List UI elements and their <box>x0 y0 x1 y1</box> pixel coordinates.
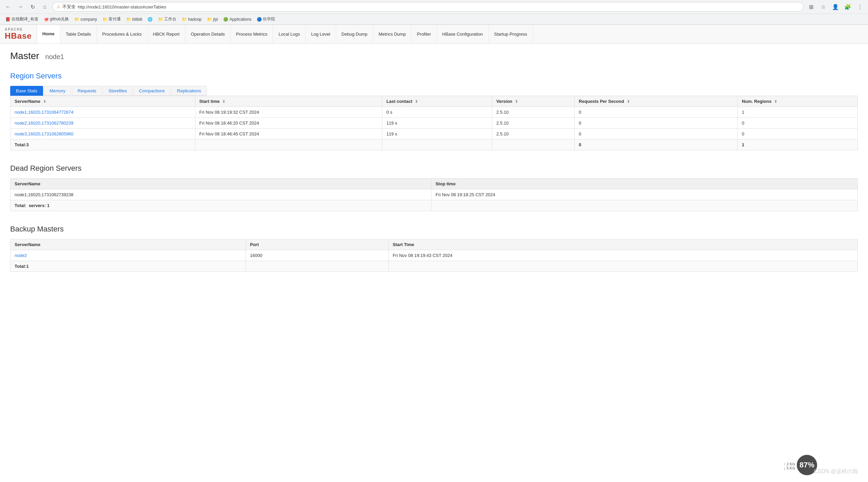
col-version: Version ⇕ <box>492 96 575 107</box>
sub-tab-storefiles[interactable]: Storefiles <box>103 86 133 96</box>
browser-toolbar: ← → ↻ ⌂ ⚠ 不安全 http://node1:16010/master-… <box>0 0 868 14</box>
dead-col-stoptime: Stop time <box>431 179 857 189</box>
nav-tab-log-level[interactable]: Log Level <box>306 25 336 43</box>
sub-tab-memory[interactable]: Memory <box>44 86 71 96</box>
backup-masters-title: Backup Masters <box>10 225 858 234</box>
bookmark-bilibili[interactable]: 📁 bilibili <box>124 16 144 22</box>
security-icon: ⚠ <box>57 4 60 9</box>
backup-server-link[interactable]: node2 <box>11 250 246 261</box>
start-time: Fri Nov 08 19:19:32 CST 2024 <box>195 107 382 118</box>
logo-apache-text: APACHE <box>5 27 32 31</box>
bookmark-hadoop[interactable]: 📁 hadoop <box>180 16 204 22</box>
back-button[interactable]: ← <box>3 2 13 12</box>
nav-tab-process-metrics[interactable]: Process Metrics <box>231 25 273 43</box>
requests-per-second: 0 <box>575 107 738 118</box>
backup-total-label: Total:1 <box>11 261 246 272</box>
translate-icon[interactable]: ⊞ <box>806 2 816 12</box>
region-servers-title: Region Servers <box>10 72 858 80</box>
bookmark-youdao[interactable]: 📕 在线翻译_有道 <box>3 16 40 23</box>
nav-tab-table-details[interactable]: Table Details <box>60 25 97 43</box>
sub-tab-base stats[interactable]: Base Stats <box>10 86 43 96</box>
dead-table-header-row: ServerName Stop time <box>11 179 858 189</box>
page-title: Master node1 <box>10 51 858 61</box>
app-nav: APACHE HBase HomeTable DetailsProcedures… <box>0 25 868 44</box>
dead-server-stop-time: Fri Nov 08 19:18:25 CST 2024 <box>431 189 857 200</box>
table-row: node2,16020,1731062780239 Fri Nov 08 18:… <box>11 118 858 129</box>
profile-icon[interactable]: 👤 <box>831 2 840 12</box>
bookmark-applications[interactable]: 🟢 Applications <box>221 16 253 22</box>
num-regions: 0 <box>738 129 858 140</box>
backup-col-port: Port <box>246 239 389 250</box>
bookmark-company[interactable]: 📁 company <box>72 16 99 22</box>
dead-total-row: Total: servers: 1 <box>11 200 858 211</box>
dead-col-servername: ServerName <box>11 179 431 189</box>
dead-server-row: node1,16020,1731062739238 Fri Nov 08 19:… <box>11 189 858 200</box>
bookmark-worktable[interactable]: 📁 工作台 <box>156 16 178 23</box>
bookmark-globe[interactable]: 🌐 <box>146 16 155 22</box>
version: 2.5.10 <box>492 107 575 118</box>
server-link[interactable]: node3,16020,1731062805960 <box>11 129 195 140</box>
backup-table-header-row: ServerName Port Start Time <box>11 239 858 250</box>
backup-master-row: node2 16000 Fri Nov 08 19:19:43 CST 2024 <box>11 250 858 261</box>
logo-hbase-text: HBase <box>5 31 32 40</box>
num-regions: 0 <box>738 118 858 129</box>
nav-tab-local-logs[interactable]: Local Logs <box>273 25 306 43</box>
backup-col-servername: ServerName <box>11 239 246 250</box>
bookmark-fufutong[interactable]: 📁 富付通 <box>100 16 123 23</box>
bookmark-star-icon[interactable]: ☆ <box>818 2 828 12</box>
address-bar[interactable]: ⚠ 不安全 http://node1:16010/master-status#u… <box>52 2 804 12</box>
security-label: 不安全 <box>62 4 76 10</box>
region-servers-table: ServerName ⇕ Start time ⇕ Last contact ⇕… <box>10 96 858 150</box>
bookmarks-bar: 📕 在线翻译_有道 🐙 github兑换 📁 company 📁 富付通 📁 b… <box>0 14 868 24</box>
table-row: node1,16020,1731064772874 Fri Nov 08 19:… <box>11 107 858 118</box>
bookmark-jiyi[interactable]: 📁 jiyi <box>205 16 220 22</box>
total-regions: 1 <box>738 140 858 150</box>
total-row: Total:3 0 1 <box>11 140 858 150</box>
nav-tab-hbase-configuration[interactable]: HBase Configuration <box>437 25 489 43</box>
nav-tab-procedures-&-locks[interactable]: Procedures & Locks <box>97 25 147 43</box>
start-time: Fri Nov 08 18:46:45 CST 2024 <box>195 129 382 140</box>
refresh-button[interactable]: ↻ <box>28 2 37 12</box>
forward-button[interactable]: → <box>16 2 25 12</box>
nav-tab-operation-details[interactable]: Operation Details <box>185 25 230 43</box>
table-row: node3,16020,1731062805960 Fri Nov 08 18:… <box>11 129 858 140</box>
last-contact: 0 s <box>382 107 492 118</box>
sub-tab-compactions[interactable]: Compactions <box>133 86 171 96</box>
version: 2.5.10 <box>492 129 575 140</box>
sub-tab-requests[interactable]: Requests <box>72 86 102 96</box>
dead-total-label: Total: servers: 1 <box>11 200 431 211</box>
page-content: Master node1 Region Servers Base StatsMe… <box>0 44 868 292</box>
bookmark-xinxueyuan[interactable]: 🔵 欣学院 <box>255 16 277 23</box>
col-numregions: Num. Regions ⇕ <box>738 96 858 107</box>
col-servername: ServerName ⇕ <box>11 96 195 107</box>
start-time: Fri Nov 08 18:46:20 CST 2024 <box>195 118 382 129</box>
bookmark-github[interactable]: 🐙 github兑换 <box>42 16 71 23</box>
nav-tab-metrics-dump[interactable]: Metrics Dump <box>373 25 411 43</box>
version: 2.5.10 <box>492 118 575 129</box>
home-button[interactable]: ⌂ <box>40 2 50 12</box>
dead-server-name: node1,16020,1731062739238 <box>11 189 431 200</box>
last-contact: 119 s <box>382 118 492 129</box>
server-link[interactable]: node1,16020,1731064772874 <box>11 107 195 118</box>
nav-tab-startup-progress[interactable]: Startup Progress <box>489 25 533 43</box>
backup-masters-section: Backup Masters ServerName Port Start Tim… <box>10 225 858 272</box>
col-requests: Requests Per Second ⇕ <box>575 96 738 107</box>
nav-tab-home[interactable]: Home <box>37 25 60 43</box>
last-contact: 119 s <box>382 129 492 140</box>
nav-tab-debug-dump[interactable]: Debug Dump <box>336 25 373 43</box>
col-lastcontact: Last contact ⇕ <box>382 96 492 107</box>
backup-port: 16000 <box>246 250 389 261</box>
nav-tab-profiler[interactable]: Profiler <box>411 25 437 43</box>
browser-chrome: ← → ↻ ⌂ ⚠ 不安全 http://node1:16010/master-… <box>0 0 868 25</box>
backup-masters-table: ServerName Port Start Time node2 16000 F… <box>10 239 858 272</box>
nav-tab-hbck-report[interactable]: HBCK Report <box>148 25 186 43</box>
total-label: Total:3 <box>11 140 195 150</box>
extension-icon[interactable]: 🧩 <box>843 2 852 12</box>
more-icon[interactable]: ⋮ <box>855 2 865 12</box>
app-logo: APACHE HBase <box>0 25 37 43</box>
server-link[interactable]: node2,16020,1731062780239 <box>11 118 195 129</box>
backup-col-starttime: Start Time <box>388 239 857 250</box>
dead-region-servers-table: ServerName Stop time node1,16020,1731062… <box>10 178 858 211</box>
backup-total-row: Total:1 <box>11 261 858 272</box>
sub-tab-replications[interactable]: Replications <box>171 86 207 96</box>
